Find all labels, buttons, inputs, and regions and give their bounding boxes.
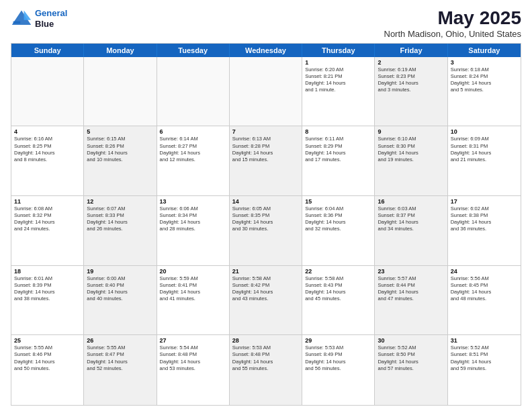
calendar-cell: 29Sunrise: 5:53 AM Sunset: 8:49 PM Dayli… (302, 335, 375, 405)
day-number: 16 (378, 198, 444, 205)
calendar-cell: 13Sunrise: 6:06 AM Sunset: 8:34 PM Dayli… (157, 196, 230, 265)
calendar-cell: 5Sunrise: 6:15 AM Sunset: 8:26 PM Daylig… (84, 126, 157, 195)
calendar-row: 25Sunrise: 5:55 AM Sunset: 8:46 PM Dayli… (11, 335, 521, 405)
calendar-cell: 2Sunrise: 6:19 AM Sunset: 8:23 PM Daylig… (375, 57, 447, 126)
calendar-cell: 6Sunrise: 6:14 AM Sunset: 8:27 PM Daylig… (157, 126, 230, 195)
calendar-cell (157, 57, 230, 126)
day-info: Sunrise: 6:01 AM Sunset: 8:39 PM Dayligh… (14, 275, 81, 303)
day-number: 31 (451, 337, 518, 344)
day-info: Sunrise: 5:53 AM Sunset: 8:48 PM Dayligh… (232, 345, 299, 372)
day-info: Sunrise: 5:53 AM Sunset: 8:49 PM Dayligh… (305, 345, 371, 372)
day-number: 6 (160, 128, 226, 135)
calendar-cell: 23Sunrise: 5:57 AM Sunset: 8:44 PM Dayli… (375, 266, 447, 335)
day-number: 2 (378, 59, 444, 66)
day-info: Sunrise: 5:52 AM Sunset: 8:50 PM Dayligh… (378, 345, 444, 372)
calendar-row: 18Sunrise: 6:01 AM Sunset: 8:39 PM Dayli… (11, 266, 521, 336)
day-number: 23 (378, 268, 444, 275)
day-info: Sunrise: 6:08 AM Sunset: 8:32 PM Dayligh… (14, 205, 81, 233)
calendar-cell: 3Sunrise: 6:18 AM Sunset: 8:24 PM Daylig… (448, 57, 521, 126)
day-number: 17 (451, 198, 518, 205)
day-info: Sunrise: 5:58 AM Sunset: 8:42 PM Dayligh… (232, 275, 299, 303)
calendar-header-day: Tuesday (157, 44, 230, 57)
calendar-cell: 11Sunrise: 6:08 AM Sunset: 8:32 PM Dayli… (11, 196, 84, 265)
calendar-cell: 20Sunrise: 5:59 AM Sunset: 8:41 PM Dayli… (157, 266, 230, 335)
calendar-cell: 31Sunrise: 5:52 AM Sunset: 8:51 PM Dayli… (448, 335, 521, 405)
calendar-row: 1Sunrise: 6:20 AM Sunset: 8:21 PM Daylig… (11, 57, 521, 127)
calendar-cell: 8Sunrise: 6:11 AM Sunset: 8:29 PM Daylig… (302, 126, 375, 195)
day-info: Sunrise: 6:07 AM Sunset: 8:33 PM Dayligh… (87, 205, 153, 233)
calendar-row: 4Sunrise: 6:16 AM Sunset: 8:25 PM Daylig… (11, 126, 521, 196)
calendar-cell: 18Sunrise: 6:01 AM Sunset: 8:39 PM Dayli… (11, 266, 84, 335)
day-number: 5 (87, 128, 153, 135)
main-title: May 2025 (384, 8, 522, 29)
day-info: Sunrise: 5:57 AM Sunset: 8:44 PM Dayligh… (378, 275, 444, 303)
day-number: 11 (14, 198, 81, 205)
calendar-header-day: Wednesday (230, 44, 302, 57)
day-number: 8 (305, 128, 371, 135)
logo: General Blue (11, 8, 67, 30)
calendar-cell: 1Sunrise: 6:20 AM Sunset: 8:21 PM Daylig… (302, 57, 375, 126)
day-info: Sunrise: 6:02 AM Sunset: 8:38 PM Dayligh… (451, 205, 518, 233)
calendar-cell: 12Sunrise: 6:07 AM Sunset: 8:33 PM Dayli… (84, 196, 157, 265)
day-info: Sunrise: 5:55 AM Sunset: 8:47 PM Dayligh… (87, 345, 153, 372)
calendar-cell: 16Sunrise: 6:03 AM Sunset: 8:37 PM Dayli… (375, 196, 447, 265)
day-info: Sunrise: 5:52 AM Sunset: 8:51 PM Dayligh… (451, 345, 518, 372)
calendar-cell: 14Sunrise: 6:05 AM Sunset: 8:35 PM Dayli… (230, 196, 302, 265)
day-info: Sunrise: 6:11 AM Sunset: 8:29 PM Dayligh… (305, 136, 371, 163)
day-number: 12 (87, 198, 153, 205)
day-number: 10 (451, 128, 518, 135)
day-number: 19 (87, 268, 153, 275)
day-number: 1 (305, 59, 371, 66)
calendar-cell: 10Sunrise: 6:09 AM Sunset: 8:31 PM Dayli… (448, 126, 521, 195)
day-info: Sunrise: 6:03 AM Sunset: 8:37 PM Dayligh… (378, 205, 444, 233)
calendar-header-day: Sunday (11, 44, 84, 57)
day-info: Sunrise: 6:16 AM Sunset: 8:25 PM Dayligh… (14, 136, 81, 163)
calendar-header-day: Saturday (448, 44, 521, 57)
day-info: Sunrise: 6:06 AM Sunset: 8:34 PM Dayligh… (160, 205, 226, 233)
day-number: 29 (305, 337, 371, 344)
day-number: 18 (14, 268, 81, 275)
day-number: 26 (87, 337, 153, 344)
subtitle: North Madison, Ohio, United States (384, 29, 522, 39)
day-number: 30 (378, 337, 444, 344)
calendar-cell: 30Sunrise: 5:52 AM Sunset: 8:50 PM Dayli… (375, 335, 447, 405)
day-info: Sunrise: 5:54 AM Sunset: 8:48 PM Dayligh… (160, 345, 226, 372)
calendar-row: 11Sunrise: 6:08 AM Sunset: 8:32 PM Dayli… (11, 196, 521, 266)
calendar-cell: 9Sunrise: 6:10 AM Sunset: 8:30 PM Daylig… (375, 126, 447, 195)
calendar-cell: 15Sunrise: 6:04 AM Sunset: 8:36 PM Dayli… (302, 196, 375, 265)
day-info: Sunrise: 5:55 AM Sunset: 8:46 PM Dayligh… (14, 345, 81, 372)
day-info: Sunrise: 6:09 AM Sunset: 8:31 PM Dayligh… (451, 136, 518, 163)
calendar-cell: 17Sunrise: 6:02 AM Sunset: 8:38 PM Dayli… (448, 196, 521, 265)
day-number: 3 (451, 59, 518, 66)
logo-line1: General (35, 8, 67, 18)
day-info: Sunrise: 6:18 AM Sunset: 8:24 PM Dayligh… (451, 66, 518, 94)
day-number: 25 (14, 337, 81, 344)
calendar: SundayMondayTuesdayWednesdayThursdayFrid… (11, 43, 521, 406)
calendar-cell: 21Sunrise: 5:58 AM Sunset: 8:42 PM Dayli… (230, 266, 302, 335)
svg-rect-3 (13, 21, 21, 24)
day-number: 15 (305, 198, 371, 205)
title-block: May 2025 North Madison, Ohio, United Sta… (384, 8, 522, 39)
calendar-cell: 7Sunrise: 6:13 AM Sunset: 8:28 PM Daylig… (230, 126, 302, 195)
calendar-cell: 26Sunrise: 5:55 AM Sunset: 8:47 PM Dayli… (84, 335, 157, 405)
day-number: 21 (232, 268, 299, 275)
calendar-cell: 4Sunrise: 6:16 AM Sunset: 8:25 PM Daylig… (11, 126, 84, 195)
day-info: Sunrise: 6:04 AM Sunset: 8:36 PM Dayligh… (305, 205, 371, 233)
day-info: Sunrise: 6:14 AM Sunset: 8:27 PM Dayligh… (160, 136, 226, 163)
day-number: 24 (451, 268, 518, 275)
logo-icon (11, 8, 32, 30)
day-info: Sunrise: 6:05 AM Sunset: 8:35 PM Dayligh… (232, 205, 299, 233)
header: General Blue May 2025 North Madison, Ohi… (11, 8, 521, 39)
calendar-header-day: Thursday (302, 44, 375, 57)
calendar-cell: 24Sunrise: 5:56 AM Sunset: 8:45 PM Dayli… (448, 266, 521, 335)
day-number: 7 (232, 128, 299, 135)
day-info: Sunrise: 6:13 AM Sunset: 8:28 PM Dayligh… (232, 136, 299, 163)
day-number: 4 (14, 128, 81, 135)
day-info: Sunrise: 5:56 AM Sunset: 8:45 PM Dayligh… (451, 275, 518, 303)
day-info: Sunrise: 6:00 AM Sunset: 8:40 PM Dayligh… (87, 275, 153, 303)
day-info: Sunrise: 6:15 AM Sunset: 8:26 PM Dayligh… (87, 136, 153, 163)
logo-text: General Blue (35, 8, 67, 29)
calendar-header: SundayMondayTuesdayWednesdayThursdayFrid… (11, 44, 521, 57)
day-info: Sunrise: 5:59 AM Sunset: 8:41 PM Dayligh… (160, 275, 226, 303)
svg-marker-2 (24, 11, 32, 20)
